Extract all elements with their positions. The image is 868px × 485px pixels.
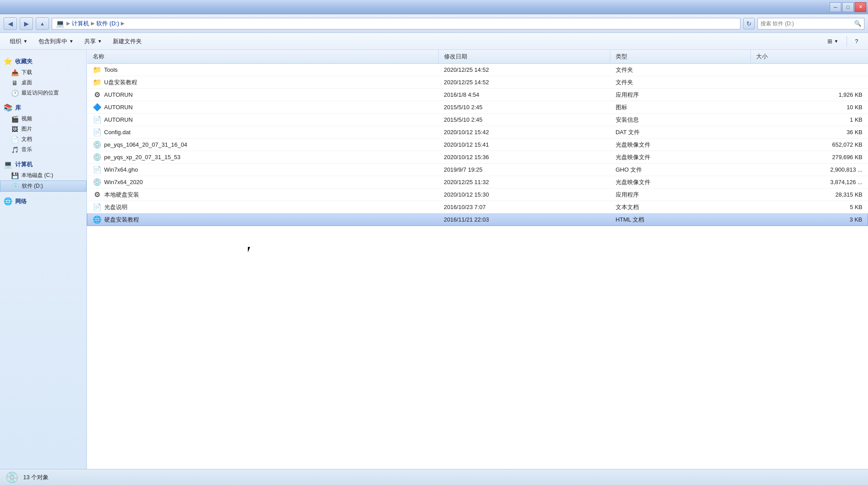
path-separator-1: ▶ (66, 21, 70, 26)
organize-button[interactable]: 组织 ▼ (5, 35, 32, 48)
sidebar-label-drive-c: 本地磁盘 (C:) (21, 172, 53, 179)
sidebar-header-library[interactable]: 📚 库 (0, 102, 86, 114)
sidebar-item-desktop[interactable]: 🖥 桌面 (0, 78, 86, 88)
file-name-cell: 📄光盘说明 (87, 201, 439, 214)
forward-button[interactable]: ▶ (20, 17, 33, 30)
file-name: 硬盘安装教程 (104, 216, 139, 224)
recent-icon: 🕐 (11, 90, 19, 97)
file-type: 光盘映像文件 (610, 151, 751, 164)
file-name-cell: 🔷AUTORUN (87, 101, 439, 114)
table-row[interactable]: 💿pe_yqs_xp_20_07_31_15_532020/10/12 15:3… (87, 151, 868, 164)
path-computer[interactable]: 计算机 (72, 20, 89, 28)
documents-icon: 📄 (11, 136, 19, 143)
file-size: 3,874,126 ... (751, 176, 868, 189)
file-icon: 📄 (93, 115, 102, 124)
table-row[interactable]: 📁Tools2020/12/25 14:52文件夹 (87, 64, 868, 76)
sidebar-header-computer[interactable]: 💻 计算机 (0, 158, 86, 170)
table-row[interactable]: ⚙AUTORUN2016/1/8 4:54应用程序1,926 KB (87, 89, 868, 101)
file-name: Tools (104, 66, 118, 73)
file-name-cell: ⚙AUTORUN (87, 89, 439, 101)
table-row[interactable]: 🔷AUTORUN2015/5/10 2:45图标10 KB (87, 101, 868, 114)
main-layout: ⭐ 收藏夹 📥 下载 🖥 桌面 🕐 最近访问的位置 📚 库 (0, 50, 868, 469)
file-icon: 🔷 (93, 103, 102, 111)
sidebar-label-drive-d: 软件 (D:) (22, 182, 43, 190)
table-row[interactable]: 💿Win7x64_20202020/12/25 11:32光盘映像文件3,874… (87, 176, 868, 189)
col-size[interactable]: 大小 (751, 50, 868, 64)
sidebar-header-network[interactable]: 🌐 网络 (0, 195, 86, 207)
file-name-cell: 💿pe_yqs_xp_20_07_31_15_53 (87, 151, 439, 164)
sidebar-header-favorites[interactable]: ⭐ 收藏夹 (0, 55, 86, 67)
sidebar-item-drive-c[interactable]: 💾 本地磁盘 (C:) (0, 170, 86, 181)
new-folder-button[interactable]: 新建文件夹 (108, 35, 146, 48)
search-input[interactable] (761, 21, 852, 27)
address-path: 💻 ▶ 计算机 ▶ 软件 (D:) ▶ (52, 18, 740, 29)
path-drive[interactable]: 软件 (D:) (96, 20, 119, 28)
file-name: AUTORUN (104, 104, 133, 111)
sidebar-item-recent[interactable]: 🕐 最近访问的位置 (0, 88, 86, 98)
sidebar-item-music[interactable]: 🎵 音乐 (0, 144, 86, 155)
file-type: 文件夹 (610, 64, 751, 76)
include-library-button[interactable]: 包含到库中 ▼ (34, 35, 78, 48)
sidebar-item-drive-d[interactable]: 💿 软件 (D:) (0, 181, 86, 192)
file-type: 光盘映像文件 (610, 139, 751, 151)
file-date: 2020/10/12 15:41 (438, 139, 610, 151)
sidebar-section-network: 🌐 网络 (0, 193, 86, 209)
close-button[interactable]: ✕ (855, 2, 866, 12)
up-button[interactable]: ▲ (36, 17, 49, 30)
file-size: 1 KB (751, 114, 868, 126)
file-name-cell: 📄Win7x64.gho (87, 164, 439, 176)
col-name[interactable]: 名称 (87, 50, 439, 64)
file-name-cell: 📄Config.dat (87, 126, 439, 139)
sidebar-item-documents[interactable]: 📄 文档 (0, 134, 86, 144)
share-button[interactable]: 共享 ▼ (80, 35, 107, 48)
refresh-button[interactable]: ↻ (743, 18, 755, 29)
file-date: 2020/10/12 15:36 (438, 151, 610, 164)
sidebar-item-pictures[interactable]: 🖼 图片 (0, 124, 86, 134)
table-row[interactable]: 📄AUTORUN2015/5/10 2:45安装信息1 KB (87, 114, 868, 126)
file-date: 2020/12/25 14:52 (438, 76, 610, 89)
table-row[interactable]: 📁U盘安装教程2020/12/25 14:52文件夹 (87, 76, 868, 89)
maximize-button[interactable]: □ (842, 2, 854, 12)
sidebar-label-music: 音乐 (21, 146, 32, 153)
back-button[interactable]: ◀ (4, 17, 17, 30)
sidebar-label-desktop: 桌面 (21, 79, 32, 86)
minimize-button[interactable]: ─ (830, 2, 841, 12)
file-icon: 🌐 (93, 215, 102, 224)
col-date[interactable]: 修改日期 (438, 50, 610, 64)
file-type: 应用程序 (610, 189, 751, 201)
file-name: Win7x64_2020 (104, 179, 143, 185)
file-date: 2019/9/7 19:25 (438, 164, 610, 176)
file-name: Win7x64.gho (104, 166, 138, 173)
table-row[interactable]: 🌐硬盘安装教程2016/11/21 22:03HTML 文档3 KB (87, 214, 868, 226)
table-row[interactable]: ⚙本地硬盘安装2020/10/12 15:30应用程序28,315 KB (87, 189, 868, 201)
table-row[interactable]: 📄光盘说明2016/10/23 7:07文本文档5 KB (87, 201, 868, 214)
file-name: 本地硬盘安装 (104, 191, 139, 199)
drive-d-icon: 💿 (11, 183, 19, 190)
file-name: pe_yqs_xp_20_07_31_15_53 (104, 154, 181, 160)
file-date: 2020/12/25 11:32 (438, 176, 610, 189)
desktop-icon: 🖥 (11, 79, 19, 86)
path-separator-2: ▶ (91, 21, 95, 26)
sidebar-item-download[interactable]: 📥 下载 (0, 67, 86, 78)
table-row[interactable]: 📄Win7x64.gho2019/9/7 19:25GHO 文件2,900,81… (87, 164, 868, 176)
toolbar-separator (847, 36, 847, 47)
file-name: 光盘说明 (104, 203, 128, 211)
file-size: 10 KB (751, 101, 868, 114)
search-icon[interactable]: 🔍 (854, 20, 861, 27)
table-row[interactable]: 💿pe_yqs_1064_20_07_31_16_042020/10/12 15… (87, 139, 868, 151)
library-icon: 📚 (4, 103, 12, 112)
view-icon: ⊞ (827, 38, 832, 45)
help-button[interactable]: ? (851, 35, 863, 48)
title-bar: ─ □ ✕ (0, 0, 868, 14)
file-type: HTML 文档 (610, 214, 751, 226)
title-buttons: ─ □ ✕ (830, 2, 866, 12)
file-date: 2015/5/10 2:45 (438, 101, 610, 114)
file-icon: 💿 (93, 153, 102, 161)
table-row[interactable]: 📄Config.dat2020/10/12 15:42DAT 文件36 KB (87, 126, 868, 139)
sidebar-item-video[interactable]: 🎬 视频 (0, 114, 86, 124)
col-type[interactable]: 类型 (610, 50, 751, 64)
view-button[interactable]: ⊞ ▼ (823, 35, 843, 48)
file-icon: 📄 (93, 165, 102, 174)
pictures-icon: 🖼 (11, 126, 19, 133)
music-icon: 🎵 (11, 146, 19, 153)
